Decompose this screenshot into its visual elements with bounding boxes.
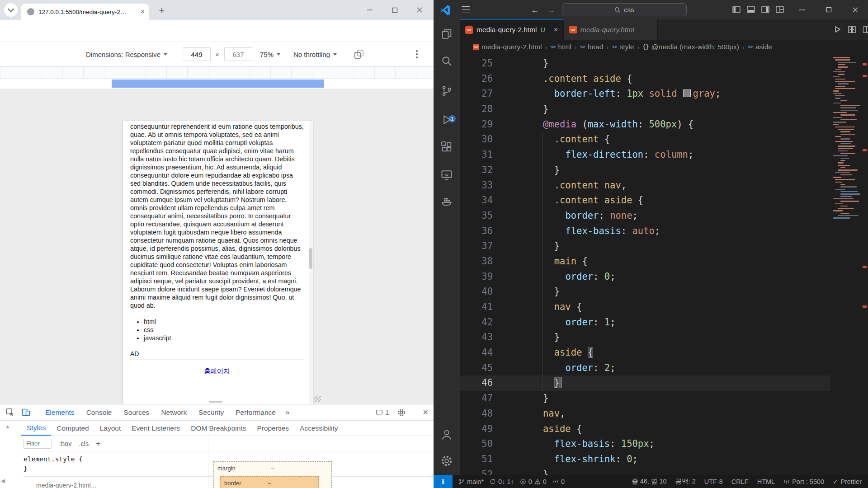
breadcrumb-item[interactable]: <>head — [580, 43, 604, 51]
go-forward-icon[interactable]: → — [545, 4, 557, 16]
source-control-icon[interactable] — [440, 84, 453, 97]
ports-indicator[interactable]: 0 — [552, 478, 565, 485]
code-line[interactable]: 36 flex-basis: auto; — [460, 224, 830, 239]
language-mode[interactable]: HTML — [757, 478, 775, 485]
tab-media-query[interactable]: <> media-query.html — [564, 19, 658, 40]
code-line[interactable]: 25} — [460, 56, 830, 71]
formatter-indicator[interactable]: ✓ Prettier — [833, 478, 862, 485]
vscode-maximize-button[interactable] — [818, 0, 839, 19]
code-line[interactable]: 30 .content { — [460, 132, 830, 147]
vscode-close-button[interactable] — [845, 0, 866, 19]
devtools-tab-elements[interactable]: Elements — [39, 404, 80, 420]
devtools-subtab-layout[interactable]: Layout — [94, 421, 127, 436]
scroll-left-icon[interactable]: ◀ — [1, 478, 5, 484]
code-line[interactable]: 44 aside { — [460, 345, 830, 361]
code-line[interactable]: 52} — [460, 467, 830, 475]
viewport-resize-handle[interactable] — [314, 396, 321, 402]
rotate-viewport-icon[interactable] — [354, 42, 364, 66]
settings-gear-icon[interactable] — [440, 455, 453, 467]
code-line[interactable]: 40 } — [460, 284, 830, 300]
viewport-height-input[interactable] — [224, 47, 252, 61]
page-scrollbar[interactable] — [309, 121, 313, 404]
encoding-setting[interactable]: UTF-8 — [704, 478, 723, 485]
device-type-dropdown[interactable]: Dimensions: Responsive — [86, 42, 167, 66]
devtools-settings-icon[interactable] — [397, 408, 406, 417]
breadcrumb-item[interactable]: <>aside — [748, 43, 772, 51]
throttling-dropdown[interactable]: No throttling — [293, 42, 337, 66]
browser-close-button[interactable] — [410, 0, 429, 20]
box-model-diagram[interactable]: margin – border – — [213, 461, 332, 488]
open-changes-icon[interactable] — [847, 24, 857, 34]
code-line[interactable]: 46 } — [460, 375, 830, 391]
new-tab-button[interactable]: + — [156, 5, 168, 17]
account-icon[interactable] — [440, 428, 453, 441]
box-model-border[interactable]: border – — [220, 476, 319, 488]
browser-tab[interactable]: 127.0.0.1:5500/media-query-2… × — [21, 4, 149, 20]
code-line[interactable]: 28} — [460, 102, 830, 117]
code-line[interactable]: 37 } — [460, 239, 830, 254]
customize-layout-icon[interactable] — [775, 5, 785, 14]
code-line[interactable]: 38 main { — [460, 254, 830, 269]
devtools-subtab-dom-breakpoints[interactable]: DOM Breakpoints — [185, 421, 251, 436]
styles-filter-input[interactable] — [23, 439, 52, 449]
devtools-tab-network[interactable]: Network — [155, 404, 193, 420]
go-back-icon[interactable]: ← — [528, 4, 541, 16]
errors-indicator[interactable]: 0 0 — [520, 478, 547, 485]
zoom-dropdown[interactable]: 75% — [260, 42, 280, 66]
extensions-icon[interactable] — [440, 141, 453, 153]
inspect-element-icon[interactable] — [5, 408, 15, 417]
more-tabs-icon[interactable]: » — [282, 408, 293, 417]
toggle-sidebar-icon[interactable] — [732, 5, 741, 14]
breadcrumb-item[interactable]: <>html — [551, 43, 571, 51]
cursor-position[interactable]: 줄 46, 열 10 — [632, 477, 666, 486]
browser-maximize-button[interactable] — [385, 0, 404, 20]
run-button[interactable] — [832, 24, 842, 34]
code-line[interactable]: 42 order: 1; — [460, 315, 830, 330]
toggle-hover-button[interactable]: :hov — [59, 440, 71, 447]
tab-close-icon[interactable]: × — [554, 26, 558, 34]
media-query-bar[interactable] — [112, 80, 324, 88]
sync-indicator[interactable]: 0↓ 1↑ — [490, 478, 514, 485]
indentation-setting[interactable]: 공백: 2 — [675, 477, 696, 486]
eol-setting[interactable]: CRLF — [731, 478, 749, 485]
git-branch-indicator[interactable]: main* — [458, 478, 484, 485]
color-swatch[interactable] — [683, 89, 691, 97]
devtools-subtab-computed[interactable]: Computed — [51, 421, 94, 436]
toggle-class-button[interactable]: .cls — [79, 440, 89, 447]
browser-minimize-button[interactable] — [360, 0, 379, 20]
split-editor-icon[interactable] — [861, 24, 868, 34]
code-line[interactable]: 34 .content aside { — [460, 193, 830, 208]
elements-tree-pane[interactable]: ▲ ◀ — [0, 421, 21, 488]
devtools-tab-console[interactable]: Console — [80, 404, 118, 420]
code-line[interactable]: 48nav, — [460, 406, 830, 422]
code-line[interactable]: 27 border-left: 1px solid gray; — [460, 86, 830, 102]
code-line[interactable]: 50 flex-basis: 150px; — [460, 436, 830, 452]
minimap[interactable] — [830, 54, 861, 475]
live-server-port[interactable]: Port : 5500 — [783, 478, 824, 485]
breadcrumb-item[interactable]: <>media-query-2.html — [473, 43, 542, 51]
devtools-subtab-accessibility[interactable]: Accessibility — [294, 421, 343, 436]
menu-hamburger-icon[interactable] — [462, 6, 470, 13]
homepage-link[interactable]: 홈페이지 — [204, 367, 230, 375]
command-center-search[interactable]: css — [562, 3, 687, 16]
scroll-up-icon[interactable]: ▲ — [5, 423, 10, 430]
code-line[interactable]: 32 } — [460, 163, 830, 178]
devtools-tab-performance[interactable]: Performance — [230, 404, 282, 420]
code-line[interactable]: 29@media (max-width: 500px) { — [460, 117, 830, 132]
devtools-tab-security[interactable]: Security — [193, 404, 230, 420]
code-line[interactable]: 39 order: 0; — [460, 269, 830, 285]
tab-close-icon[interactable]: × — [141, 8, 145, 16]
explorer-icon[interactable] — [440, 28, 453, 40]
remote-indicator[interactable] — [434, 475, 453, 488]
code-line[interactable]: 49aside { — [460, 422, 830, 437]
code-line[interactable]: 41 nav { — [460, 300, 830, 315]
console-messages-badge[interactable]: 1 — [376, 409, 389, 416]
device-toolbar-menu-icon[interactable] — [416, 42, 418, 66]
editor-scrollbar[interactable] — [861, 54, 868, 475]
devtools-subtab-properties[interactable]: Properties — [251, 421, 294, 436]
code-line[interactable]: 33 .content nav, — [460, 178, 830, 193]
toggle-panel-icon[interactable] — [746, 5, 756, 14]
tab-search-button[interactable] — [4, 3, 18, 17]
new-style-rule-button[interactable]: + — [96, 439, 100, 448]
search-icon[interactable] — [440, 55, 453, 67]
